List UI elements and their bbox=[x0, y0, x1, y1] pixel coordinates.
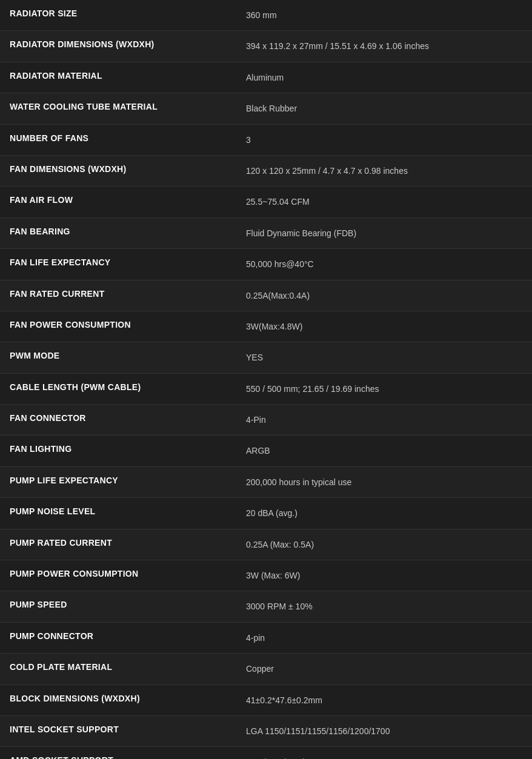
spec-label-pump-rated-current: PUMP RATED CURRENT bbox=[0, 529, 236, 560]
spec-value-block-dimensions: 41±0.2*47.6±0.2mm bbox=[236, 684, 532, 715]
spec-label-number-of-fans: NUMBER OF FANS bbox=[0, 124, 236, 155]
table-row: FAN CONNECTOR4-Pin bbox=[0, 405, 532, 436]
spec-label-intel-socket-support: INTEL SOCKET SUPPORT bbox=[0, 715, 236, 746]
table-row: CABLE LENGTH (PWM CABLE)550 / 500 mm; 21… bbox=[0, 373, 532, 404]
table-row: PUMP POWER CONSUMPTION3W (Max: 6W) bbox=[0, 560, 532, 591]
spec-value-fan-lighting: ARGB bbox=[236, 436, 532, 466]
spec-label-fan-power-consumption: FAN POWER CONSUMPTION bbox=[0, 311, 236, 342]
spec-label-radiator-size: RADIATOR SIZE bbox=[0, 0, 236, 31]
spec-label-cable-length: CABLE LENGTH (PWM CABLE) bbox=[0, 373, 236, 404]
spec-value-pump-noise-level: 20 dBA (avg.) bbox=[236, 498, 532, 529]
spec-label-amd-socket-support: AMD SOCKET SUPPORT bbox=[0, 747, 236, 759]
spec-value-fan-air-flow: 25.5~75.04 CFM bbox=[236, 187, 532, 217]
table-row: WATER COOLING TUBE MATERIALBlack Rubber bbox=[0, 93, 532, 124]
spec-label-pump-noise-level: PUMP NOISE LEVEL bbox=[0, 498, 236, 529]
table-row: PUMP LIFE EXPECTANCY200,000 hours in typ… bbox=[0, 466, 532, 497]
spec-label-radiator-material: RADIATOR MATERIAL bbox=[0, 62, 236, 93]
spec-label-pump-connector: PUMP CONNECTOR bbox=[0, 622, 236, 653]
spec-value-pump-speed: 3000 RPM ± 10% bbox=[236, 591, 532, 622]
spec-value-fan-power-consumption: 3W(Max:4.8W) bbox=[236, 311, 532, 342]
table-row: FAN POWER CONSUMPTION3W(Max:4.8W) bbox=[0, 311, 532, 342]
table-row: PUMP SPEED3000 RPM ± 10% bbox=[0, 591, 532, 622]
spec-value-pump-power-consumption: 3W (Max: 6W) bbox=[236, 560, 532, 591]
spec-label-fan-connector: FAN CONNECTOR bbox=[0, 405, 236, 436]
spec-value-pump-rated-current: 0.25A (Max: 0.5A) bbox=[236, 529, 532, 560]
spec-label-fan-dimensions: FAN DIMENSIONS (WXDXH) bbox=[0, 155, 236, 186]
table-row: NUMBER OF FANS3 bbox=[0, 124, 532, 155]
table-row: AMD SOCKET SUPPORTAM5/AM4/TR4/sTRx4 bbox=[0, 747, 532, 759]
table-row: PUMP RATED CURRENT0.25A (Max: 0.5A) bbox=[0, 529, 532, 560]
table-row: PUMP CONNECTOR4-pin bbox=[0, 622, 532, 653]
spec-label-block-dimensions: BLOCK DIMENSIONS (WXDXH) bbox=[0, 684, 236, 715]
spec-label-radiator-dimensions: RADIATOR DIMENSIONS (WXDXH) bbox=[0, 31, 236, 62]
spec-label-pump-speed: PUMP SPEED bbox=[0, 591, 236, 622]
table-row: PWM MODEYES bbox=[0, 342, 532, 373]
spec-label-pump-life-expectancy: PUMP LIFE EXPECTANCY bbox=[0, 466, 236, 497]
table-row: BLOCK DIMENSIONS (WXDXH)41±0.2*47.6±0.2m… bbox=[0, 684, 532, 715]
spec-label-fan-rated-current: FAN RATED CURRENT bbox=[0, 280, 236, 311]
table-row: FAN DIMENSIONS (WXDXH)120 x 120 x 25mm /… bbox=[0, 155, 532, 186]
table-row: FAN LIFE EXPECTANCY50,000 hrs@40°C bbox=[0, 249, 532, 280]
spec-label-fan-air-flow: FAN AIR FLOW bbox=[0, 187, 236, 217]
spec-value-cable-length: 550 / 500 mm; 21.65 / 19.69 inches bbox=[236, 373, 532, 404]
spec-value-radiator-size: 360 mm bbox=[236, 0, 532, 31]
spec-value-fan-bearing: Fluid Dynamic Bearing (FDB) bbox=[236, 217, 532, 248]
spec-value-fan-life-expectancy: 50,000 hrs@40°C bbox=[236, 249, 532, 280]
spec-value-amd-socket-support: AM5/AM4/TR4/sTRx4 bbox=[236, 747, 532, 759]
spec-value-pwm-mode: YES bbox=[236, 342, 532, 373]
spec-value-fan-connector: 4-Pin bbox=[236, 405, 532, 436]
spec-value-number-of-fans: 3 bbox=[236, 124, 532, 155]
table-row: FAN BEARINGFluid Dynamic Bearing (FDB) bbox=[0, 217, 532, 248]
spec-label-pump-power-consumption: PUMP POWER CONSUMPTION bbox=[0, 560, 236, 591]
table-row: FAN AIR FLOW25.5~75.04 CFM bbox=[0, 187, 532, 217]
spec-label-fan-lighting: FAN LIGHTING bbox=[0, 436, 236, 466]
spec-value-radiator-dimensions: 394 x 119.2 x 27mm / 15.51 x 4.69 x 1.06… bbox=[236, 31, 532, 62]
spec-label-fan-life-expectancy: FAN LIFE EXPECTANCY bbox=[0, 249, 236, 280]
spec-value-fan-rated-current: 0.25A(Max:0.4A) bbox=[236, 280, 532, 311]
spec-value-fan-dimensions: 120 x 120 x 25mm / 4.7 x 4.7 x 0.98 inch… bbox=[236, 155, 532, 186]
table-row: COLD PLATE MATERIALCopper bbox=[0, 654, 532, 684]
spec-label-cold-plate-material: COLD PLATE MATERIAL bbox=[0, 654, 236, 684]
spec-value-radiator-material: Aluminum bbox=[236, 62, 532, 93]
specs-table: RADIATOR SIZE360 mmRADIATOR DIMENSIONS (… bbox=[0, 0, 532, 759]
spec-value-cold-plate-material: Copper bbox=[236, 654, 532, 684]
table-row: RADIATOR DIMENSIONS (WXDXH)394 x 119.2 x… bbox=[0, 31, 532, 62]
table-row: FAN RATED CURRENT0.25A(Max:0.4A) bbox=[0, 280, 532, 311]
spec-label-water-cooling-tube-material: WATER COOLING TUBE MATERIAL bbox=[0, 93, 236, 124]
table-row: FAN LIGHTINGARGB bbox=[0, 436, 532, 466]
spec-label-pwm-mode: PWM MODE bbox=[0, 342, 236, 373]
table-row: PUMP NOISE LEVEL20 dBA (avg.) bbox=[0, 498, 532, 529]
spec-value-water-cooling-tube-material: Black Rubber bbox=[236, 93, 532, 124]
table-row: RADIATOR MATERIALAluminum bbox=[0, 62, 532, 93]
spec-value-pump-connector: 4-pin bbox=[236, 622, 532, 653]
spec-label-fan-bearing: FAN BEARING bbox=[0, 217, 236, 248]
spec-value-intel-socket-support: LGA 1150/1151/1155/1156/1200/1700 bbox=[236, 715, 532, 746]
spec-value-pump-life-expectancy: 200,000 hours in typical use bbox=[236, 466, 532, 497]
table-row: INTEL SOCKET SUPPORTLGA 1150/1151/1155/1… bbox=[0, 715, 532, 746]
table-row: RADIATOR SIZE360 mm bbox=[0, 0, 532, 31]
